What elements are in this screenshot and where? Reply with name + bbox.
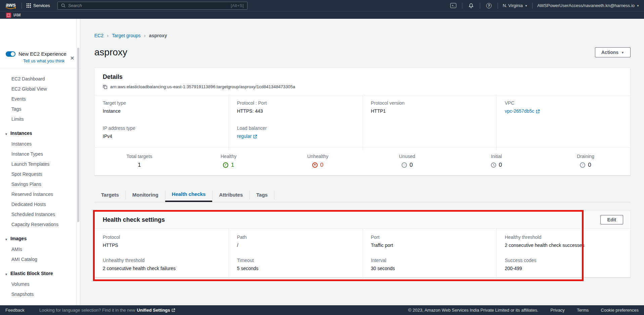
feedback-button[interactable]: Feedback <box>5 308 25 313</box>
protocol-version-label: Protocol version <box>371 100 489 106</box>
chevron-down-icon: ▼ <box>621 51 624 54</box>
global-search[interactable]: [Alt+S] <box>57 2 247 10</box>
unused-count: 0 <box>410 162 413 168</box>
health-check-settings-title: Health check settings <box>103 216 165 224</box>
sidebar-menu: EC2 Dashboard EC2 Global View Events Tag… <box>0 68 80 299</box>
chevron-down-icon: ▼ <box>525 4 527 7</box>
sidebar-item-savings-plans[interactable]: Savings Plans <box>0 179 80 189</box>
unhealthy-count: 0 <box>320 162 323 168</box>
load-balancer-link[interactable]: regular <box>237 134 258 139</box>
chevron-down-icon: ▼ <box>5 238 8 241</box>
port-value: Traffic port <box>371 243 489 248</box>
timeout-label: Timeout <box>237 258 355 263</box>
unified-settings-link[interactable]: Unified Settings <box>137 308 175 313</box>
draining-count: 0 <box>588 162 591 168</box>
sidebar-item-snapshots[interactable]: Snapshots <box>0 289 80 299</box>
tab-targets[interactable]: Targets <box>94 187 126 202</box>
tab-monitoring[interactable]: Monitoring <box>126 187 165 202</box>
copy-icon[interactable] <box>103 85 107 89</box>
sidebar-item-reserved-instances[interactable]: Reserved Instances <box>0 189 80 199</box>
favorite-iam[interactable]: IAM <box>6 13 20 18</box>
target-group-tabs: Targets Monitoring Health checks Attribu… <box>94 187 631 202</box>
topnav-divider <box>462 3 462 9</box>
healthy-threshold-value: 2 consecutive health check successes <box>505 243 622 248</box>
initial-label: Initial <box>491 154 502 159</box>
sidebar-item-spot-requests[interactable]: Spot Requests <box>0 169 80 179</box>
sidebar-section-images[interactable]: ▼Images <box>0 233 80 244</box>
target-type-value: Instance <box>103 108 221 114</box>
breadcrumb-separator-icon: › <box>144 33 146 38</box>
timeout-value: 5 seconds <box>237 266 355 271</box>
close-icon[interactable]: ✕ <box>70 56 75 61</box>
breadcrumb-target-groups[interactable]: Target groups <box>112 33 141 38</box>
page-header: asproxy Actions ▼ <box>94 47 631 58</box>
protocol-port-label: Protocol : Port <box>237 100 355 106</box>
help-icon[interactable]: ? <box>485 2 493 9</box>
topnav-divider <box>480 3 480 9</box>
sidebar-item-amis[interactable]: AMIs <box>0 244 80 254</box>
sidebar-item-capacity-reservations[interactable]: Capacity Reservations <box>0 219 80 229</box>
unhealthy-cross-icon: ✕ <box>312 162 318 168</box>
language-notice: Looking for language selection? Find it … <box>39 308 175 313</box>
interval-value: 30 seconds <box>371 266 489 271</box>
search-input[interactable] <box>68 3 228 8</box>
sidebar-item-dedicated-hosts[interactable]: Dedicated Hosts <box>0 199 80 209</box>
success-codes-value: 200-499 <box>505 266 622 271</box>
services-menu-button[interactable]: Services <box>27 3 50 8</box>
sidebar-scrollbar[interactable] <box>77 19 80 305</box>
tab-attributes[interactable]: Attributes <box>212 187 249 202</box>
sidebar-item-ami-catalog[interactable]: AMI Catalog <box>0 254 80 264</box>
healthy-threshold-label: Healthy threshold <box>505 234 622 240</box>
target-health-summary: Total targets 1 Healthy ✓1 Unhealthy ✕0 … <box>95 147 630 174</box>
details-grid: Target type Instance IP address type IPv… <box>95 96 630 147</box>
sidebar-item-launch-templates[interactable]: Launch Templates <box>0 159 80 169</box>
path-value: / <box>237 243 355 248</box>
healthy-count: 1 <box>231 162 234 168</box>
notifications-bell-icon[interactable] <box>467 2 475 9</box>
footer-right-group: © 2023, Amazon Web Services India Privat… <box>408 308 639 313</box>
breadcrumb-ec2[interactable]: EC2 <box>94 33 103 38</box>
account-menu[interactable]: AWSPowerUserAccess/navaneeth.kn@harness.… <box>537 3 639 8</box>
privacy-link[interactable]: Privacy <box>550 308 565 313</box>
actions-button[interactable]: Actions ▼ <box>595 47 631 57</box>
sidebar-item-ec2-global-view[interactable]: EC2 Global View <box>0 84 80 94</box>
sidebar-section-instances[interactable]: ▼Instances <box>0 128 80 139</box>
aws-smile-icon <box>5 7 16 9</box>
aws-logo[interactable]: aws <box>5 2 17 9</box>
initial-clock-icon <box>491 162 496 168</box>
port-label: Port <box>371 234 489 240</box>
total-targets-value: 1 <box>138 162 141 168</box>
tab-tags[interactable]: Tags <box>249 187 274 202</box>
region-selector[interactable]: N. Virginia ▼ <box>503 3 527 8</box>
sidebar-item-tags[interactable]: Tags <box>0 104 80 114</box>
sidebar-section-elastic-block-store[interactable]: ▼Elastic Block Store <box>0 268 80 279</box>
sidebar-item-volumes[interactable]: Volumes <box>0 279 80 289</box>
sidebar-item-scheduled-instances[interactable]: Scheduled Instances <box>0 209 80 219</box>
target-type-label: Target type <box>103 100 221 106</box>
sidebar-item-limits[interactable]: Limits <box>0 114 80 124</box>
path-label: Path <box>237 234 355 240</box>
sidebar-item-events[interactable]: Events <box>0 94 80 104</box>
cookie-preferences-link[interactable]: Cookie preferences <box>601 308 639 313</box>
vpc-label: VPC <box>505 100 622 106</box>
ip-address-type-value: IPv4 <box>103 134 221 139</box>
details-title: Details <box>103 73 622 81</box>
cloudshell-icon[interactable]: >_ <box>449 2 457 9</box>
external-link-icon <box>253 135 257 139</box>
chevron-down-icon: ▼ <box>5 133 8 136</box>
edit-button[interactable]: Edit <box>600 215 623 224</box>
sidebar-item-instances[interactable]: Instances <box>0 139 80 149</box>
topnav-right-group: >_ ? N. Virginia ▼ AWSPowerUserAccess/na… <box>449 2 639 9</box>
terms-link[interactable]: Terms <box>577 308 589 313</box>
region-label: N. Virginia <box>503 3 523 8</box>
sidebar-item-ec2-dashboard[interactable]: EC2 Dashboard <box>0 74 80 84</box>
tab-health-checks[interactable]: Health checks <box>165 187 213 202</box>
vpc-link[interactable]: vpc-2657db5c <box>505 108 540 114</box>
ip-address-type-label: IP address type <box>103 125 221 131</box>
scrollbar-thumb[interactable] <box>77 48 79 222</box>
details-card: Details arn:aws:elasticloadbalancing:us-… <box>94 68 631 175</box>
new-experience-toggle[interactable] <box>6 51 15 57</box>
unused-label: Unused <box>399 154 415 159</box>
sidebar-item-instance-types[interactable]: Instance Types <box>0 149 80 159</box>
external-link-icon <box>172 308 175 312</box>
